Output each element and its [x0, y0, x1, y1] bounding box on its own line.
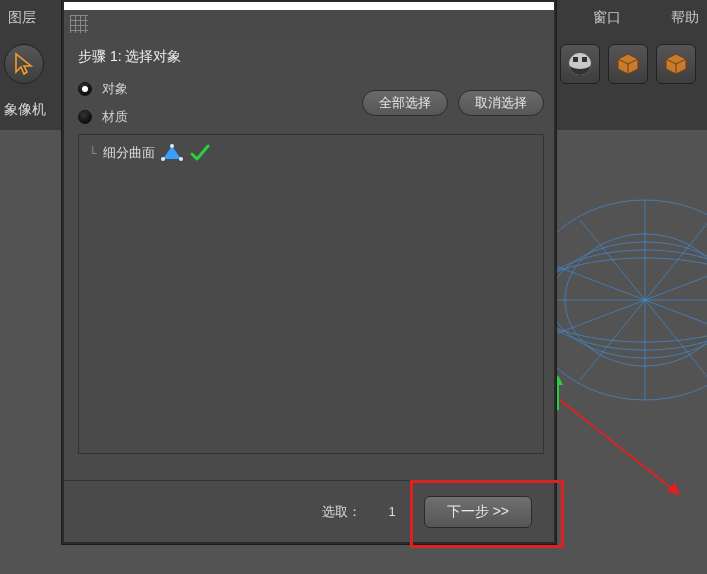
cube-button-2[interactable] — [656, 44, 696, 84]
svg-point-24 — [179, 157, 183, 161]
radio-object-label: 对象 — [102, 80, 128, 98]
dialog-footer: 选取： 1 下一步 >> — [64, 480, 554, 542]
material-checker-button[interactable] — [560, 44, 600, 84]
cube-icon — [663, 51, 689, 77]
dialog-titlebar[interactable] — [64, 2, 554, 10]
radio-material[interactable]: 材质 — [78, 108, 128, 126]
camera-label[interactable]: 象像机 — [4, 101, 46, 119]
step-title: 步骤 1: 选择对象 — [78, 48, 544, 66]
menu-help[interactable]: 帮助 — [671, 9, 699, 27]
next-button[interactable]: 下一步 >> — [424, 496, 532, 528]
bake-wizard-dialog: 步骤 1: 选择对象 对象 材质 全部选择 取消选择 └ 细分曲面 — [62, 0, 556, 544]
viewport-toolbar: 象像机 — [0, 95, 50, 125]
svg-point-25 — [161, 157, 165, 161]
radio-object[interactable]: 对象 — [78, 80, 128, 98]
selected-label: 选取： — [322, 503, 361, 521]
dialog-toolstrip — [64, 10, 554, 38]
object-tree[interactable]: └ 细分曲面 — [78, 134, 544, 454]
tree-row[interactable]: └ 细分曲面 — [85, 141, 537, 165]
radio-indicator — [78, 82, 92, 96]
check-icon — [189, 143, 211, 163]
deselect-button[interactable]: 取消选择 — [458, 90, 544, 116]
menu-layers[interactable]: 图层 — [8, 9, 36, 27]
move-tool-button[interactable] — [4, 44, 44, 84]
cursor-icon — [12, 52, 36, 76]
subdivision-surface-icon — [161, 144, 183, 162]
tree-branch-icon: └ — [89, 146, 97, 161]
target-radio-group: 对象 材质 — [78, 80, 128, 126]
svg-rect-2 — [582, 57, 587, 62]
cube-icon — [615, 51, 641, 77]
radio-material-label: 材质 — [102, 108, 128, 126]
selected-count: 1 — [389, 504, 396, 519]
tree-item-label: 细分曲面 — [103, 144, 155, 162]
grid-icon[interactable] — [70, 15, 88, 33]
svg-point-23 — [170, 144, 174, 148]
radio-indicator — [78, 110, 92, 124]
dialog-body: 步骤 1: 选择对象 对象 材质 全部选择 取消选择 └ 细分曲面 — [64, 38, 554, 462]
select-all-button[interactable]: 全部选择 — [362, 90, 448, 116]
cube-button-1[interactable] — [608, 44, 648, 84]
svg-rect-1 — [573, 57, 578, 62]
checker-sphere-icon — [567, 51, 593, 77]
menu-window[interactable]: 窗口 — [593, 9, 621, 27]
